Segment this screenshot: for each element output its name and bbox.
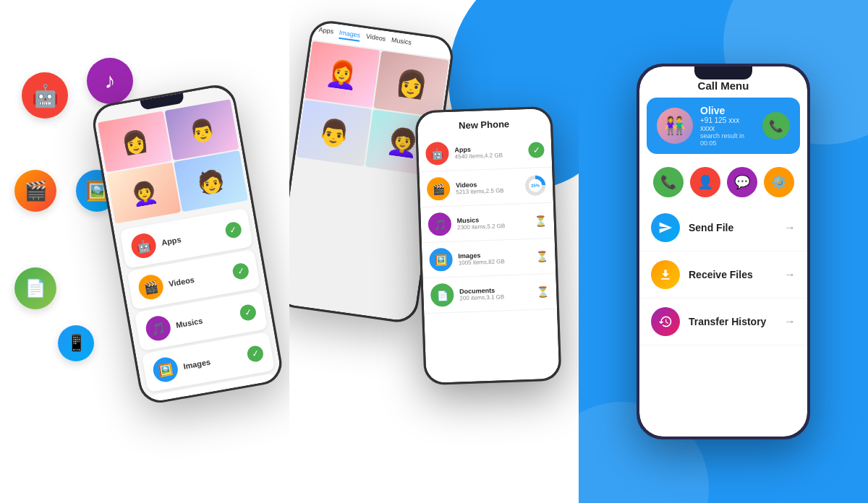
photo-cell-2: 👨	[165, 99, 239, 160]
back-photo-3: 👨	[297, 100, 372, 166]
call-button[interactable]: 📞	[762, 112, 790, 139]
images-label: Images	[182, 352, 242, 371]
right-section: Call Menu 👫 Olive +91 125 xxx xxxx searc…	[579, 0, 868, 503]
transfer-apps-info: Apps 4540 items,4.2 GB	[454, 144, 523, 160]
receive-files-icon	[651, 260, 680, 289]
images-wait-icon: ⏳	[535, 250, 548, 262]
docs-floating-icon: 📄	[14, 267, 56, 309]
transfer-videos-progress: 25%	[525, 175, 546, 196]
contact-avatar: 👫	[657, 108, 693, 144]
transfer-docs-info: Documents 200 items,3.1 GB	[459, 285, 532, 301]
transfer-item-apps: 🤖 Apps 4540 items,4.2 GB ✓	[418, 132, 553, 172]
musics-icon: 🎵	[144, 314, 172, 343]
documents-label: Documents	[190, 393, 250, 403]
contact-search-text: search result in 00:05	[700, 132, 755, 147]
musics-check: ✓	[239, 304, 257, 322]
send-file-menu-item[interactable]: Send File →	[639, 205, 807, 252]
phone-mid-front-mockup: New Phone 🤖 Apps 4540 items,4.2 GB ✓ 🎬 V…	[414, 106, 561, 385]
transfer-videos-icon: 🎬	[427, 177, 451, 201]
tab-images: Images	[339, 29, 361, 42]
transfer-images-info: Images 1005 items,82 GB	[458, 250, 530, 266]
documents-icon: 📄	[158, 397, 187, 403]
videos-check: ✓	[231, 262, 250, 280]
transfer-apps-icon: 🤖	[425, 142, 449, 165]
photo-cell-1: 👩	[98, 111, 172, 173]
left-section: 🤖 ♪ 🎬 🖼️ 📄 📱 👩 👨 👩‍🦱	[0, 0, 289, 503]
send-file-label: Send File	[689, 222, 775, 233]
transfer-item-videos: 🎬 Videos 5213 items,2.5 GB 25%	[419, 168, 553, 207]
tab-apps: Apps	[318, 26, 333, 38]
phone-right-screen: Call Menu 👫 Olive +91 125 xxx xxxx searc…	[639, 66, 807, 437]
transfer-item-musics: 🎵 Musics 2300 items,5.2 GB ⏳	[420, 203, 555, 243]
android-floating-icon: 🤖	[22, 72, 68, 119]
videos-icon: 🎬	[137, 273, 165, 301]
transfer-docs-icon: 📄	[430, 283, 454, 307]
back-photo-1: 👩‍🦰	[305, 41, 380, 108]
images-icon: 🖼️	[151, 356, 179, 384]
documents-check: ✓	[253, 386, 271, 403]
phone-left-mockup: 👩 👨 👩‍🦱 🧑 🤖 Apps	[90, 82, 285, 405]
message-action-btn[interactable]: 💬	[727, 167, 757, 197]
transfer-apps-status: ✓	[528, 142, 545, 158]
transfer-history-arrow: →	[784, 315, 796, 328]
transfer-history-label: Transfer History	[689, 316, 775, 327]
phone-left-screen: 👩 👨 👩‍🦱 🧑 🤖 Apps	[93, 85, 283, 403]
musics-label: Musics	[175, 311, 235, 330]
photo-cell-3: 👩‍🦱	[107, 163, 182, 224]
apps-icon: 🤖	[129, 231, 158, 259]
contact-action-btn[interactable]: 👤	[690, 167, 720, 197]
tab-videos: Videos	[365, 33, 386, 46]
settings-action-btn[interactable]: ⚙️	[764, 167, 794, 197]
transfer-musics-icon: 🎵	[427, 212, 451, 236]
phone-right-notch	[694, 66, 752, 79]
apps-label: Apps	[161, 228, 221, 247]
phone-right-mockup: Call Menu 👫 Olive +91 125 xxx xxxx searc…	[637, 64, 810, 439]
transfer-item-images: 🖼️ Images 1005 items,82 GB ⏳	[422, 238, 556, 278]
middle-section: Apps Images Videos Musics 👩‍🦰 👩 👨 👩‍🦱	[289, 0, 579, 503]
send-file-icon	[651, 213, 680, 242]
photo-cell-4: 🧑	[174, 150, 248, 212]
transfer-history-icon	[651, 307, 680, 336]
contact-phone: +91 125 xxx xxxx	[700, 116, 755, 132]
docs-wait-icon: ⏳	[537, 285, 550, 298]
photo-grid: 👩 👨 👩‍🦱 🧑	[93, 85, 252, 227]
images-check: ✓	[246, 345, 264, 363]
transfer-item-documents: 📄 Documents 200 items,3.1 GB ⏳	[423, 274, 558, 314]
transfer-images-icon: 🖼️	[429, 248, 453, 272]
apps-check: ✓	[224, 220, 242, 238]
videos-label: Videos	[168, 270, 228, 288]
video-floating-icon: 🎬	[14, 170, 56, 212]
call-action-btn[interactable]: 📞	[653, 167, 684, 197]
transfer-history-menu-item[interactable]: Transfer History →	[639, 298, 807, 345]
transfer-videos-info: Videos 5213 items,2.5 GB	[456, 179, 520, 195]
phone-floating-icon: 📱	[58, 325, 94, 361]
receive-files-arrow: →	[784, 268, 796, 281]
musics-wait-icon: ⏳	[535, 215, 548, 227]
receive-files-label: Receive Files	[689, 269, 775, 280]
contact-name: Olive	[700, 105, 755, 116]
tab-musics: Musics	[391, 36, 412, 49]
receive-files-menu-item[interactable]: Receive Files →	[639, 252, 807, 298]
back-photo-2: 👩	[373, 51, 448, 117]
send-file-arrow: →	[784, 221, 796, 234]
transfer-musics-info: Musics 2300 items,5.2 GB	[457, 215, 529, 231]
contact-info: Olive +91 125 xxx xxxx search result in …	[700, 105, 755, 147]
music-floating-icon: ♪	[87, 58, 133, 104]
phone-mid-front-screen: New Phone 🤖 Apps 4540 items,4.2 GB ✓ 🎬 V…	[417, 108, 560, 383]
progress-inner-value: 25%	[529, 179, 542, 192]
action-buttons-row: 📞 👤 💬 ⚙️	[639, 160, 807, 205]
contact-card: 👫 Olive +91 125 xxx xxxx search result i…	[647, 98, 800, 154]
